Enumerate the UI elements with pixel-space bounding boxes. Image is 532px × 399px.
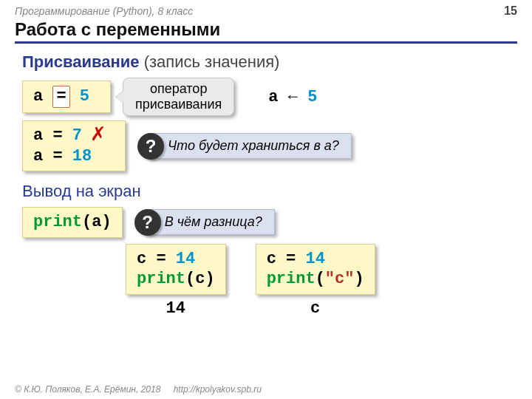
code-print-a: print(a) [22, 207, 123, 238]
course-label: Программирование (Python), 8 класс [15, 5, 193, 17]
section-assignment-heading: Присваивание (запись значения) [22, 52, 510, 72]
equals-highlight: = [52, 86, 69, 108]
question-difference: В чём разница? [145, 209, 275, 235]
question-what-stored: Что будет храниться в a? [148, 133, 352, 159]
output-example-2: c [310, 299, 320, 318]
arrow-notation: a ← 5 [268, 88, 317, 106]
output-example-1: 14 [166, 299, 185, 318]
callout-assignment-operator: оператор присваивания [123, 78, 234, 116]
slide-title: Работа с переменными [15, 19, 517, 40]
section-output-heading: Вывод на экран [22, 182, 510, 201]
question-mark-icon: ? [137, 133, 164, 160]
code-reassign: a = 7 a = 18 ✗ [22, 120, 126, 171]
footer: © К.Ю. Поляков, Е.А. Ерёмин, 2018 http:/… [15, 384, 262, 395]
question-mark-icon: ? [134, 209, 161, 236]
code-assign-basic: a = 5 [22, 81, 111, 113]
page-number: 15 [504, 4, 517, 18]
code-example-2: c = 14 print("c") [256, 244, 375, 295]
code-example-1: c = 14 print(c) [126, 244, 226, 295]
cross-icon: ✗ [91, 120, 105, 149]
